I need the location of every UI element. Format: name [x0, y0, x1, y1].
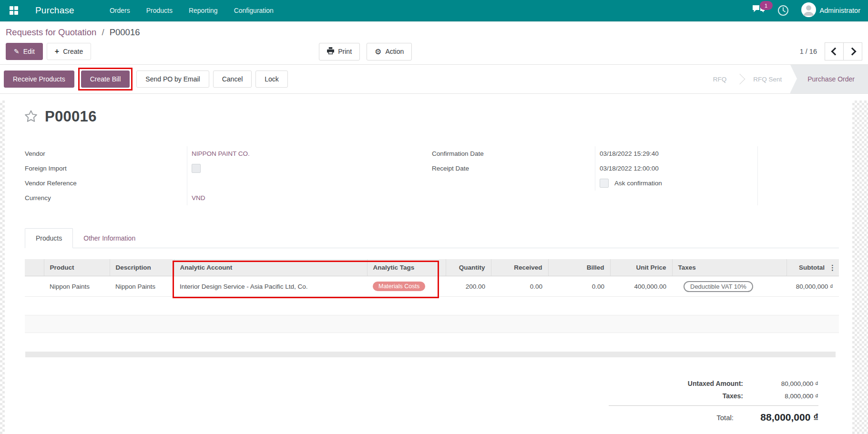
field-vendor-reference: Vendor Reference — [25, 176, 432, 191]
form-sheet: P00016 Vendor NIPPON PAINT CO. Foreign I… — [0, 101, 868, 434]
tab-products[interactable]: Products — [25, 228, 73, 248]
statusbar: Receive Products Create Bill Send PO by … — [0, 64, 868, 94]
vendor-reference-value — [187, 176, 432, 191]
header-handle — [25, 259, 44, 276]
taxes-value: 8,000,000 ₫ — [743, 393, 818, 400]
gear-icon: ⚙ — [375, 47, 381, 56]
create-button[interactable]: + Create — [47, 43, 91, 60]
tax-pill: Deductible VAT 10% — [684, 281, 753, 292]
button-row: ✎ Edit + Create Print ⚙ Action — [6, 42, 862, 61]
print-button-label: Print — [338, 48, 352, 55]
table-row[interactable]: Nippon Paints Nippon Paints Interior Des… — [25, 276, 839, 297]
purchase-order-page: Purchase Orders Products Reporting Confi… — [0, 0, 868, 434]
header-billed: Billed — [548, 259, 610, 276]
untaxed-amount-value: 80,000,000 ₫ — [743, 380, 818, 387]
cell-analytic-tags: Materials Costs — [367, 276, 446, 297]
user-menu[interactable]: Administrator — [801, 2, 860, 19]
create-bill-button[interactable]: Create Bill — [81, 71, 130, 88]
avatar — [801, 2, 816, 19]
currency-label: Currency — [25, 194, 187, 202]
tab-other-information[interactable]: Other Information — [73, 229, 146, 248]
empty-row — [25, 297, 839, 315]
edit-button-label: Edit — [23, 48, 35, 55]
step-rfq: RFQ — [711, 76, 729, 83]
cell-received: 0.00 — [491, 276, 548, 297]
menu-configuration[interactable]: Configuration — [227, 1, 280, 20]
chevron-left-icon — [831, 48, 839, 56]
main-menu: Orders Products Reporting Configuration — [103, 1, 280, 20]
field-receipt-date: Receipt Date 03/18/2022 12:00:00 — [432, 161, 757, 176]
cell-product: Nippon Paints — [44, 276, 110, 297]
confirmation-date-value: 03/18/2022 15:29:40 — [595, 146, 757, 161]
currency-value-link[interactable]: VND — [192, 194, 205, 202]
horizontal-scrollbar[interactable] — [25, 352, 836, 357]
send-po-by-email-button[interactable]: Send PO by Email — [136, 71, 209, 88]
pager-next-button[interactable] — [843, 42, 862, 61]
menu-orders[interactable]: Orders — [103, 1, 137, 20]
action-button[interactable]: ⚙ Action — [367, 43, 412, 61]
cell-quantity: 200.00 — [446, 276, 491, 297]
header-analytic-tags: Analytic Tags — [367, 259, 446, 276]
user-name: Administrator — [820, 7, 860, 14]
menu-reporting[interactable]: Reporting — [182, 1, 225, 20]
status-steps: RFQ RFQ Sent Purchase Order — [711, 65, 868, 93]
cell-subtotal: 80,000,000 ₫ — [786, 276, 839, 297]
top-navbar: Purchase Orders Products Reporting Confi… — [0, 0, 868, 21]
header-subtotal: Subtotal ⋮ — [786, 259, 839, 276]
favorite-star-icon[interactable] — [24, 109, 38, 124]
field-confirmation-date: Confirmation Date 03/18/2022 15:29:40 — [432, 146, 757, 161]
app-title[interactable]: Purchase — [35, 5, 74, 16]
header-product: Product — [44, 259, 110, 276]
taxes-row: Taxes: 8,000,000 ₫ — [513, 390, 818, 402]
breadcrumb-parent-link[interactable]: Requests for Quotation — [6, 27, 96, 37]
chevron-right-icon — [848, 48, 856, 56]
record-title: P00016 — [45, 108, 97, 125]
cancel-button[interactable]: Cancel — [213, 71, 252, 88]
header-quantity: Quantity — [446, 259, 491, 276]
cell-taxes: Deductible VAT 10% — [672, 276, 786, 297]
foreign-import-label: Foreign Import — [25, 165, 187, 172]
transparent-edge-left — [0, 101, 5, 434]
menu-products[interactable]: Products — [140, 1, 179, 20]
field-groups: Vendor NIPPON PAINT CO. Foreign Import V… — [25, 146, 868, 205]
receive-products-button[interactable]: Receive Products — [4, 71, 74, 88]
messages-icon[interactable]: 1 — [752, 5, 765, 16]
totals-block: Untaxed Amount: 80,000,000 ₫ Taxes: 8,00… — [513, 377, 818, 425]
untaxed-amount-row: Untaxed Amount: 80,000,000 ₫ — [513, 377, 818, 390]
apps-grid-icon[interactable] — [6, 2, 22, 19]
print-button[interactable]: Print — [319, 43, 360, 61]
lock-button[interactable]: Lock — [255, 71, 288, 88]
ask-confirmation-label: Ask confirmation — [614, 180, 662, 187]
cell-billed: 0.00 — [548, 276, 610, 297]
ask-confirmation-checkbox[interactable] — [600, 179, 609, 188]
header-received: Received — [491, 259, 548, 276]
step-rfq-sent: RFQ Sent — [751, 76, 784, 83]
navbar-right: 1 Administrator — [752, 2, 862, 19]
empty-row — [25, 315, 839, 333]
vendor-reference-label: Vendor Reference — [25, 180, 187, 187]
breadcrumb-current: P00016 — [110, 27, 140, 37]
transparent-edge-right — [852, 101, 868, 434]
header-description: Description — [110, 259, 174, 276]
foreign-import-checkbox[interactable] — [192, 164, 201, 173]
vendor-value-link[interactable]: NIPPON PAINT CO. — [192, 150, 250, 157]
field-group-right: Confirmation Date 03/18/2022 15:29:40 Re… — [432, 146, 758, 205]
total-label: Total: — [716, 414, 734, 422]
cell-handle — [25, 276, 44, 297]
control-panel: Requests for Quotation / P00016 ✎ Edit +… — [0, 21, 868, 64]
printer-icon — [327, 47, 334, 56]
field-group-left: Vendor NIPPON PAINT CO. Foreign Import V… — [25, 146, 432, 205]
header-taxes: Taxes — [672, 259, 786, 276]
edit-button[interactable]: ✎ Edit — [6, 43, 43, 60]
activities-clock-icon[interactable] — [777, 5, 789, 16]
untaxed-amount-label: Untaxed Amount: — [688, 380, 743, 387]
vendor-label: Vendor — [25, 150, 187, 157]
record-header: P00016 — [24, 101, 868, 125]
header-subtotal-label: Subtotal — [799, 264, 825, 271]
plus-icon: + — [55, 47, 59, 56]
pencil-icon: ✎ — [14, 48, 20, 55]
step-chevron-icon — [735, 74, 745, 85]
optional-columns-icon[interactable]: ⋮ — [829, 263, 836, 272]
pager-previous-button[interactable] — [825, 42, 844, 61]
field-foreign-import: Foreign Import — [25, 161, 432, 176]
